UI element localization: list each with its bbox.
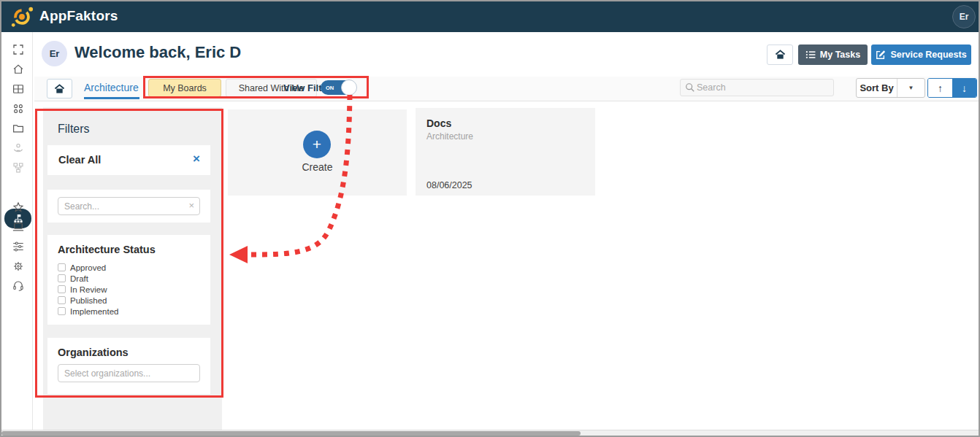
clear-all-card: Clear All × [47,145,210,175]
filters-search-clear-icon[interactable]: × [188,200,194,211]
service-requests-label: Service Requests [890,50,966,60]
filters-search-card: × [47,190,210,223]
my-boards-label: My Boards [163,83,207,93]
sort-direction-group: ↑ ↓ [927,78,977,98]
checkbox-label: Approved [70,263,106,272]
clear-all-close-icon[interactable]: × [193,152,200,166]
sidebar-item-services[interactable] [9,139,27,157]
star-icon [12,201,25,214]
checkbox[interactable] [58,263,66,271]
board-card-subtitle: Architecture [426,131,473,142]
toolbar-home-button[interactable] [47,79,72,98]
toggle-knob [341,80,357,96]
sort-ascending-button[interactable]: ↑ [928,79,952,97]
app-title: AppFaktors [39,8,118,24]
board-card-docs[interactable]: Docs Architecture 08/06/2025 [416,108,595,196]
checkbox[interactable] [58,274,66,282]
caret-down-icon: ▼ [908,85,914,91]
my-tasks-label: My Tasks [820,50,860,60]
home-button[interactable] [767,45,793,65]
checkbox-label: In Review [70,285,107,294]
horizontal-scrollbar-track[interactable] [1,430,979,436]
checkbox[interactable] [58,307,66,315]
my-boards-button[interactable]: My Boards [148,79,221,97]
app-logo-icon [10,5,34,28]
checkbox-row-in-review[interactable]: In Review [58,284,118,295]
home-icon [12,63,25,76]
expand-icon [12,43,25,56]
sidebar-item-boards[interactable] [9,80,27,98]
sidebar-item-devices[interactable] [9,218,27,236]
checkbox-row-draft[interactable]: Draft [58,273,118,284]
horizontal-scrollbar-thumb[interactable] [1,431,581,436]
up-arrow-icon: ↑ [938,82,943,94]
checkbox-label: Draft [70,274,88,283]
checkbox[interactable] [58,296,66,304]
folder-icon [12,122,25,135]
down-arrow-icon: ↓ [962,82,967,94]
app-window: AppFaktors Er Er Welcome back, Eric D My… [0,0,980,437]
clear-all-button[interactable]: Clear All [58,154,101,166]
sidebar-item-settings[interactable] [9,258,27,275]
welcome-avatar: Er [42,41,67,66]
search-input[interactable] [697,82,821,93]
checkbox-row-published[interactable]: Published [58,295,118,306]
create-board-card[interactable]: + Create [228,109,407,196]
toolbar-search [680,79,834,96]
service-request-icon [876,50,886,60]
hand-share-icon [12,142,25,155]
organizations-card: Organizations [47,338,210,394]
sidebar-item-support[interactable] [9,277,27,295]
home-icon [775,50,786,60]
sidebar-item-favorites[interactable] [9,198,27,216]
filters-search-input[interactable] [58,197,200,215]
search-icon [685,82,695,93]
sidebar-item-preferences[interactable] [9,238,27,255]
sort-caret-button[interactable]: ▼ [897,79,925,97]
view-filters-toggle[interactable]: ON [321,80,355,95]
sidebar-item-folders[interactable] [9,120,27,137]
apps-icon [12,102,25,115]
gear-icon [12,260,25,273]
board-card-title: Docs [426,117,451,129]
headset-icon [12,279,25,293]
board-card-date: 08/06/2025 [426,180,472,190]
sliders-icon [12,240,25,253]
tab-architecture[interactable]: Architecture [84,82,139,93]
architecture-status-options: Approved Draft In Review Published Imple… [58,262,118,317]
sort-by-button[interactable]: Sort By [857,79,897,97]
architecture-status-title: Architecture Status [58,244,156,255]
sidebar-item-apps[interactable] [9,100,27,117]
organizations-title: Organizations [58,347,129,358]
grid-icon [12,82,25,96]
my-tasks-button[interactable]: My Tasks [798,45,868,65]
checkbox-row-implemented[interactable]: Implemented [58,306,118,317]
architecture-status-card: Architecture Status Approved Draft In Re… [47,235,210,325]
service-requests-button[interactable]: Service Requests [871,45,971,65]
plus-icon[interactable]: + [303,131,331,158]
sidebar-item-home[interactable] [9,61,27,78]
task-list-icon [805,50,816,59]
app-header: AppFaktors Er [1,1,979,32]
checkbox-label: Published [70,296,107,305]
checkbox-label: Implemented [70,307,118,316]
tab-architecture-underline [84,97,139,99]
filters-title: Filters [58,123,90,136]
workflow-icon [12,161,25,174]
home-icon [54,84,65,94]
sort-descending-button[interactable]: ↓ [952,79,976,97]
filters-panel: Filters Clear All × × Architecture Statu… [43,107,222,433]
checkbox-row-approved[interactable]: Approved [58,262,118,273]
create-label: Create [228,161,407,173]
left-sidebar [1,32,33,436]
organizations-select-input[interactable] [58,364,200,382]
checkbox[interactable] [58,285,66,293]
sidebar-item-workflow[interactable] [9,159,27,177]
toggle-state-label: ON [326,85,334,91]
arrowhead-icon [229,246,248,263]
page-title: Welcome back, Eric D [74,43,241,62]
sidebar-item-expand[interactable] [9,41,27,58]
user-avatar[interactable]: Er [952,5,976,28]
sort-group: Sort By ▼ [856,78,925,98]
laptop-icon [12,220,25,233]
